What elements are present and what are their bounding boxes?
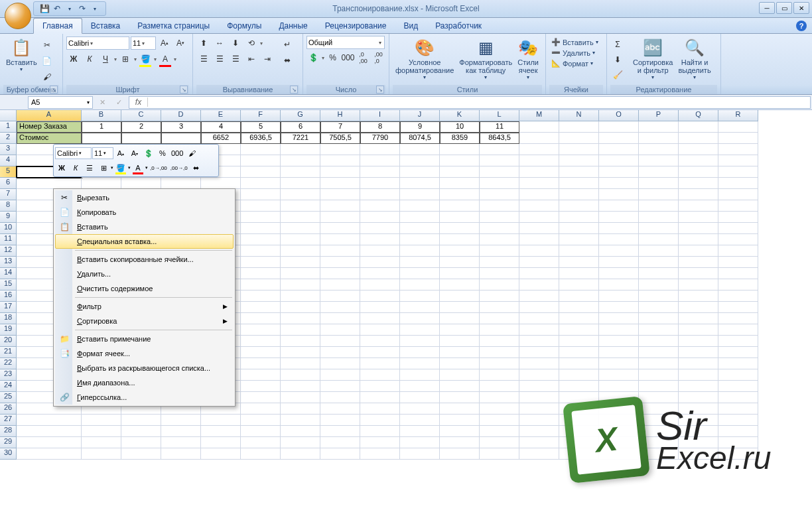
cell-F28[interactable]	[241, 426, 281, 437]
cell-A29[interactable]	[17, 437, 82, 448]
cell-D1[interactable]: 3	[161, 121, 201, 133]
cell-D29[interactable]	[161, 437, 201, 448]
mini-format-painter[interactable]: 🖌	[185, 147, 198, 160]
cell-Q16[interactable]	[679, 290, 718, 302]
context-menu-item[interactable]: Сортировка▶	[55, 314, 234, 328]
cell-M1[interactable]	[519, 121, 559, 133]
cell-K12[interactable]	[440, 245, 480, 257]
mini-italic[interactable]: К	[69, 161, 82, 174]
format-cells-button[interactable]: 📐 Формат ▾	[549, 58, 603, 68]
cell-F24[interactable]	[241, 381, 281, 392]
row-header-16[interactable]: 16	[0, 290, 17, 302]
col-header-N[interactable]: N	[559, 110, 599, 121]
select-all-button[interactable]	[0, 110, 17, 121]
cell-J3[interactable]	[400, 144, 440, 155]
indent-inc-icon[interactable]: ⇥	[260, 52, 275, 66]
cell-O17[interactable]	[599, 302, 639, 313]
cell-L25[interactable]	[480, 392, 519, 403]
mini-percent[interactable]: %	[156, 147, 169, 160]
cell-F9[interactable]	[241, 212, 281, 223]
enter-formula[interactable]: ✓	[116, 98, 122, 107]
mini-fill-color[interactable]: 🪣	[114, 161, 127, 174]
cell-P12[interactable]	[639, 245, 679, 257]
cell-O20[interactable]	[599, 336, 639, 347]
cell-I11[interactable]	[360, 234, 400, 245]
cell-G2[interactable]: 7221	[281, 133, 320, 144]
cell-H13[interactable]	[320, 257, 360, 268]
cell-J14[interactable]	[400, 268, 440, 279]
cell-H12[interactable]	[320, 245, 360, 257]
cell-L16[interactable]	[480, 290, 519, 302]
cell-C6[interactable]	[121, 178, 161, 189]
cell-B28[interactable]	[82, 426, 121, 437]
context-menu-item[interactable]: Выбрать из раскрывающегося списка...	[55, 361, 234, 375]
cell-M4[interactable]	[519, 155, 559, 166]
row-header-29[interactable]: 29	[0, 437, 17, 448]
cell-K22[interactable]	[440, 358, 480, 369]
cell-L29[interactable]	[480, 437, 519, 448]
cell-P16[interactable]	[639, 290, 679, 302]
cell-F18[interactable]	[241, 313, 281, 324]
cell-J27[interactable]	[400, 415, 440, 426]
formula-input[interactable]	[148, 98, 810, 106]
mini-borders[interactable]: ⊞	[97, 161, 110, 174]
cell-K14[interactable]	[440, 268, 480, 279]
cell-K9[interactable]	[440, 212, 480, 223]
cell-L15[interactable]	[480, 279, 519, 290]
cell-K26[interactable]	[440, 403, 480, 415]
cell-R15[interactable]	[718, 279, 758, 290]
cell-P17[interactable]	[639, 302, 679, 313]
cell-J20[interactable]	[400, 336, 440, 347]
cell-N21[interactable]	[559, 347, 599, 358]
conditional-formatting-button[interactable]: 🎨Условное форматирование▾	[393, 36, 456, 85]
cell-H10[interactable]	[320, 223, 360, 234]
cell-L7[interactable]	[480, 189, 519, 200]
cell-M5[interactable]	[519, 166, 559, 178]
cell-P20[interactable]	[639, 336, 679, 347]
mini-currency[interactable]: 💲	[142, 147, 155, 160]
font-name-combo[interactable]: Calibri▾	[66, 36, 129, 50]
cell-A28[interactable]	[17, 426, 82, 437]
context-menu-item[interactable]: Вставить скопированные ячейки...	[55, 252, 234, 267]
cell-H2[interactable]: 7505,5	[320, 133, 360, 144]
cell-R2[interactable]	[718, 133, 758, 144]
cell-G4[interactable]	[281, 155, 320, 166]
bold-button[interactable]: Ж	[66, 52, 81, 66]
row-header-9[interactable]: 9	[0, 212, 17, 223]
row-header-21[interactable]: 21	[0, 347, 17, 358]
col-header-A[interactable]: A	[17, 110, 82, 121]
cell-K10[interactable]	[440, 223, 480, 234]
cell-H24[interactable]	[320, 381, 360, 392]
cell-K18[interactable]	[440, 313, 480, 324]
mini-bold[interactable]: Ж	[55, 161, 68, 174]
row-header-13[interactable]: 13	[0, 257, 17, 268]
tab-insert[interactable]: Вставка	[82, 19, 129, 33]
dec-dec-icon[interactable]: ,00,0	[372, 50, 385, 65]
context-menu-item[interactable]: 📋Вставить	[55, 220, 234, 234]
cell-G24[interactable]	[281, 381, 320, 392]
cell-K1[interactable]: 10	[440, 121, 480, 133]
align-center-icon[interactable]: ☰	[212, 52, 227, 66]
cell-M30[interactable]	[519, 448, 559, 460]
cell-R6[interactable]	[718, 178, 758, 189]
cell-L12[interactable]	[480, 245, 519, 257]
font-color-button[interactable]: A	[158, 52, 172, 66]
cell-G17[interactable]	[281, 302, 320, 313]
cell-O12[interactable]	[599, 245, 639, 257]
cell-M8[interactable]	[519, 200, 559, 212]
orientation-icon[interactable]: ⟲	[244, 36, 259, 50]
alignment-launcher[interactable]: ↘	[290, 86, 298, 94]
cancel-formula[interactable]: ✕	[100, 98, 105, 107]
cell-K29[interactable]	[440, 437, 480, 448]
cell-L4[interactable]	[480, 155, 519, 166]
cell-Q1[interactable]	[679, 121, 718, 133]
cell-O18[interactable]	[599, 313, 639, 324]
cell-M19[interactable]	[519, 324, 559, 336]
context-menu-item[interactable]: 📑Формат ячеек...	[55, 346, 234, 361]
mini-shrink-font[interactable]: A▾	[128, 147, 141, 160]
row-header-11[interactable]: 11	[0, 234, 17, 245]
cell-K13[interactable]	[440, 257, 480, 268]
row-header-4[interactable]: 4	[0, 155, 17, 166]
row-header-28[interactable]: 28	[0, 426, 17, 437]
cell-K5[interactable]	[440, 166, 480, 178]
